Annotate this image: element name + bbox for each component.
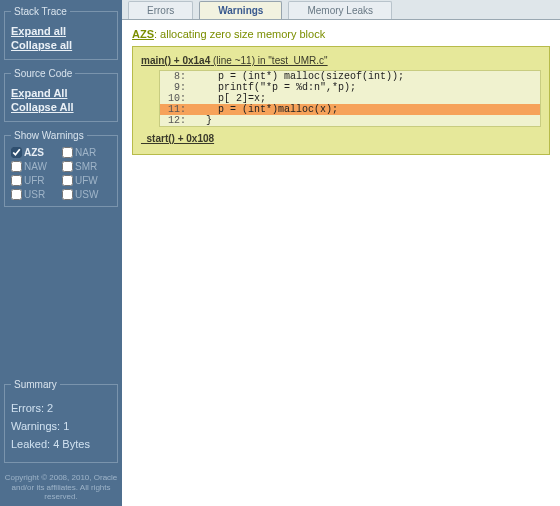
warn-label: AZS (24, 147, 44, 158)
show-warnings-group: Show Warnings AZSNARNAWSMRUFRUFWUSRUSW (4, 130, 118, 207)
sidebar: Stack Trace Expand all Collapse all Sour… (0, 0, 122, 506)
collapse-all-stack[interactable]: Collapse all (11, 39, 111, 51)
warning-title: AZS: allocating zero size memory block (132, 28, 550, 40)
warn-checkbox-usr[interactable] (11, 189, 22, 200)
source-code-group: Source Code Expand All Collapse All (4, 68, 118, 122)
summary-errors: Errors: 2 (11, 402, 111, 414)
warn-opt-azs[interactable]: AZS (11, 147, 60, 158)
warning-tag: AZS (132, 28, 154, 40)
warn-checkbox-naw[interactable] (11, 161, 22, 172)
summary-legend: Summary (11, 379, 60, 390)
expand-all-stack[interactable]: Expand all (11, 25, 111, 37)
stack-frame-1[interactable]: main() + 0x1a4 (line ~11) in "test_UMR.c… (141, 55, 541, 66)
warning-desc: : allocating zero size memory block (154, 28, 325, 40)
line-text: p = (int*)malloc(x); (194, 104, 338, 115)
line-number: 8: (160, 71, 194, 82)
summary-warnings: Warnings: 1 (11, 420, 111, 432)
line-text: p[ 2]=x; (194, 93, 266, 104)
stack-frame-2[interactable]: _start() + 0x108 (141, 133, 541, 144)
warn-label: NAR (75, 147, 96, 158)
tab-errors[interactable]: Errors (128, 1, 193, 19)
warn-label: NAW (24, 161, 47, 172)
warn-opt-usw[interactable]: USW (62, 189, 111, 200)
warn-checkbox-usw[interactable] (62, 189, 73, 200)
warn-opt-usr[interactable]: USR (11, 189, 60, 200)
tab-bar: Errors Warnings Memory Leaks (122, 0, 560, 20)
code-line: 8: p = (int*) malloc(sizeof(int)); (160, 71, 540, 82)
stack-trace-legend: Stack Trace (11, 6, 70, 17)
warn-label: USR (24, 189, 45, 200)
code-line: 12: } (160, 115, 540, 126)
code-line: 11: p = (int*)malloc(x); (160, 104, 540, 115)
line-number: 11: (160, 104, 194, 115)
warn-checkbox-azs[interactable] (11, 147, 22, 158)
line-text: p = (int*) malloc(sizeof(int)); (194, 71, 404, 82)
line-text: } (194, 115, 212, 126)
tab-warnings[interactable]: Warnings (199, 1, 282, 19)
warn-opt-naw[interactable]: NAW (11, 161, 60, 172)
frame1-fun: main() + 0x1a4 (141, 55, 210, 66)
copyright-text: Copyright © 2008, 2010, Oracle and/or it… (4, 473, 118, 502)
warn-opt-nar[interactable]: NAR (62, 147, 111, 158)
warn-opt-ufr[interactable]: UFR (11, 175, 60, 186)
warning-block: main() + 0x1a4 (line ~11) in "test_UMR.c… (132, 46, 550, 155)
warn-checkbox-smr[interactable] (62, 161, 73, 172)
warn-opt-ufw[interactable]: UFW (62, 175, 111, 186)
frame1-loc: (line ~11) in "test_UMR.c" (210, 55, 327, 66)
line-number: 12: (160, 115, 194, 126)
line-number: 9: (160, 82, 194, 93)
tab-memory-leaks[interactable]: Memory Leaks (288, 1, 392, 19)
warn-checkbox-ufw[interactable] (62, 175, 73, 186)
summary-group: Summary Errors: 2 Warnings: 1 Leaked: 4 … (4, 379, 118, 463)
show-warnings-legend: Show Warnings (11, 130, 87, 141)
warn-checkbox-ufr[interactable] (11, 175, 22, 186)
line-text: printf("*p = %d:n",*p); (194, 82, 356, 93)
source-code-legend: Source Code (11, 68, 75, 79)
summary-leaked: Leaked: 4 Bytes (11, 438, 111, 450)
code-line: 9: printf("*p = %d:n",*p); (160, 82, 540, 93)
code-line: 10: p[ 2]=x; (160, 93, 540, 104)
warn-label: SMR (75, 161, 97, 172)
frame2-fun: _start() + 0x108 (141, 133, 214, 144)
collapse-all-source[interactable]: Collapse All (11, 101, 111, 113)
warn-label: UFW (75, 175, 98, 186)
expand-all-source[interactable]: Expand All (11, 87, 111, 99)
stack-trace-group: Stack Trace Expand all Collapse all (4, 6, 118, 60)
line-number: 10: (160, 93, 194, 104)
warnings-content: AZS: allocating zero size memory block m… (122, 20, 560, 163)
warn-label: UFR (24, 175, 45, 186)
source-snippet: 8: p = (int*) malloc(sizeof(int));9: pri… (159, 70, 541, 127)
warn-label: USW (75, 189, 98, 200)
main-panel: Errors Warnings Memory Leaks AZS: alloca… (122, 0, 560, 506)
warn-opt-smr[interactable]: SMR (62, 161, 111, 172)
warn-checkbox-nar[interactable] (62, 147, 73, 158)
